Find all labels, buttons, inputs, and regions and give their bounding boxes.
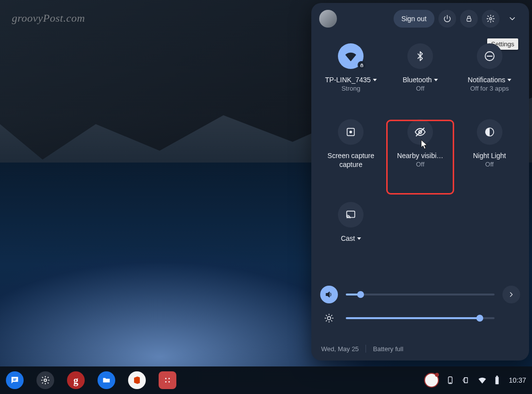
tile-label: Cast	[341, 234, 361, 242]
app-messages[interactable]	[6, 371, 24, 389]
bluetooth-icon	[407, 43, 433, 69]
svg-point-6	[350, 131, 353, 133]
folder-icon	[102, 376, 111, 385]
volume-slider-row	[320, 283, 520, 306]
tile-label: Bluetooth	[402, 76, 437, 84]
cast-icon	[338, 202, 364, 228]
lock-icon	[465, 15, 473, 23]
tile-night-light[interactable]: Night Light Off	[455, 119, 524, 195]
collapse-button[interactable]	[503, 10, 521, 28]
chevron-right-icon	[507, 291, 515, 298]
svg-point-18	[165, 381, 166, 383]
caret-icon	[357, 237, 361, 240]
shelf: g 10:37	[0, 366, 532, 394]
tile-label: Nearby visibi…	[397, 152, 443, 160]
app-settings[interactable]	[36, 371, 54, 389]
app-files[interactable]	[98, 371, 115, 389]
office-icon	[132, 375, 142, 385]
svg-point-19	[168, 381, 170, 383]
tile-label: Screen capture	[328, 152, 374, 160]
tile-sub: Strong	[341, 85, 360, 92]
shelf-apps: g	[6, 371, 176, 389]
app-screenshot[interactable]	[159, 371, 176, 389]
caret-icon	[507, 79, 511, 81]
grid-icon	[164, 376, 171, 384]
brightness-slider[interactable]	[346, 317, 495, 319]
gear-icon	[486, 14, 495, 23]
panel-header: Sign out	[311, 3, 529, 32]
svg-point-12	[328, 317, 331, 320]
svg-rect-23	[496, 376, 498, 377]
svg-rect-0	[467, 18, 471, 21]
tile-wifi[interactable]: TP-LINK_7435 Strong	[316, 36, 386, 119]
brightness-button[interactable]	[320, 309, 338, 327]
footer-date: Wed, May 25	[321, 345, 359, 353]
chevron-down-icon	[508, 14, 517, 23]
visibility-off-icon	[407, 119, 433, 145]
system-tray[interactable]: 10:37	[424, 373, 526, 388]
tray-battery-icon[interactable]	[494, 375, 500, 385]
tiles-grid: TP-LINK_7435 Strong Bluetooth Off Notifi…	[311, 32, 529, 278]
tile-label: Notifications	[468, 76, 511, 84]
tile-label: TP-LINK_7435	[325, 76, 377, 84]
tray-wifi-icon[interactable]	[477, 375, 487, 385]
tray-time[interactable]: 10:37	[509, 376, 526, 384]
lock-button[interactable]	[460, 10, 478, 28]
power-icon	[443, 14, 452, 23]
svg-rect-2	[361, 65, 363, 66]
sign-out-button[interactable]: Sign out	[394, 10, 434, 28]
divider	[366, 345, 366, 353]
tile-sub: Off	[416, 85, 424, 92]
tile-bluetooth[interactable]: Bluetooth Off	[386, 36, 455, 119]
brightness-icon	[324, 313, 334, 323]
wifi-secure-badge	[358, 61, 366, 69]
panel-footer: Wed, May 25 Battery full	[321, 345, 403, 353]
avatar[interactable]	[319, 10, 337, 28]
caret-icon	[373, 79, 377, 81]
app-office[interactable]	[128, 371, 146, 389]
tile-label-2: capture	[339, 161, 363, 168]
night-light-icon	[477, 119, 502, 145]
chat-icon	[10, 375, 20, 385]
settings-button[interactable]	[482, 10, 499, 28]
volume-button[interactable]	[320, 286, 338, 303]
footer-battery: Battery full	[373, 345, 403, 353]
sliders-section	[320, 283, 520, 330]
volume-slider[interactable]	[346, 294, 495, 296]
tray-toggle-icon[interactable]	[462, 376, 470, 385]
brightness-slider-row	[320, 306, 520, 330]
tile-sub: Off for 3 apps	[470, 85, 509, 92]
phone-hub-icon[interactable]	[446, 376, 455, 385]
power-button[interactable]	[438, 10, 456, 28]
svg-point-1	[490, 18, 492, 20]
volume-icon	[325, 290, 333, 299]
svg-point-15	[44, 379, 47, 382]
gear-icon	[40, 375, 50, 385]
tray-notification-badge[interactable]	[424, 373, 439, 388]
tile-label: Night Light	[473, 152, 506, 160]
tile-sub: Off	[416, 161, 424, 168]
audio-settings-button[interactable]	[502, 286, 520, 303]
svg-point-17	[168, 378, 170, 379]
svg-point-11	[347, 218, 348, 219]
tile-notifications[interactable]: Notifications Off for 3 apps	[455, 36, 524, 119]
tile-sub: Off	[485, 161, 494, 168]
tile-nearby-visibility[interactable]: Nearby visibi… Off	[386, 119, 455, 195]
quick-settings-panel: Sign out Settings TP-LINK_7435 Strong	[311, 3, 529, 361]
tile-screen-capture[interactable]: Screen capture capture	[316, 119, 386, 195]
app-groovypost[interactable]: g	[67, 371, 85, 389]
svg-point-16	[165, 378, 166, 379]
svg-rect-22	[496, 377, 499, 384]
screen-capture-icon	[338, 119, 364, 145]
tile-cast[interactable]: Cast	[316, 195, 386, 278]
watermark-text: groovyPost.com	[12, 12, 85, 25]
caret-icon	[434, 79, 438, 81]
dnd-icon	[477, 43, 502, 69]
